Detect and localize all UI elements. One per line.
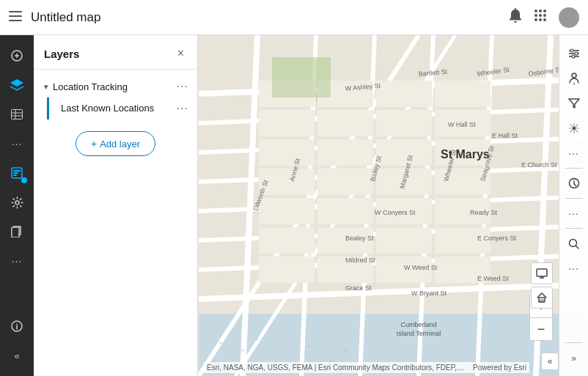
svg-rect-66	[376, 227, 432, 254]
svg-text:E Hall St: E Hall St	[492, 132, 518, 139]
svg-point-7	[539, 14, 542, 17]
svg-rect-107	[537, 269, 547, 276]
svg-text:Ready St: Ready St	[470, 209, 498, 216]
svg-rect-1	[9, 15, 22, 17]
more-icon-rt-1[interactable]: ···	[562, 141, 586, 165]
search-icon-rt-button[interactable]	[562, 232, 586, 255]
add-layer-button[interactable]: + Add layer	[76, 131, 155, 156]
sidebar-item-layers[interactable]	[4, 72, 30, 98]
monitor-button[interactable]	[531, 262, 553, 284]
add-layer-label: Add layer	[100, 139, 140, 150]
svg-rect-0	[9, 11, 22, 12]
svg-rect-61	[317, 198, 373, 224]
svg-text:Bealey St: Bealey St	[345, 235, 374, 242]
svg-text:E Conyers St: E Conyers St	[477, 235, 517, 242]
svg-rect-54	[376, 139, 432, 166]
sidebar-item-table[interactable]	[4, 101, 30, 128]
page-title: Untitled map	[31, 10, 100, 25]
sidebar-item-more-2[interactable]: ···	[4, 248, 30, 274]
layer-item: Last Known Locations ···	[47, 97, 191, 119]
svg-point-106	[344, 349, 347, 352]
add-layer-icon: +	[91, 138, 97, 150]
svg-rect-95	[272, 57, 331, 97]
svg-rect-48	[259, 110, 315, 136]
svg-point-3	[534, 10, 537, 12]
svg-text:W Weed St: W Weed St	[404, 264, 438, 271]
header-right	[509, 7, 579, 28]
sidebar-item-collapse[interactable]: «	[4, 342, 30, 369]
map-attribution-bar: Esri, NASA, NGA, USGS, FEMA | Esri Commu…	[198, 362, 559, 376]
svg-rect-111	[540, 300, 543, 302]
more-icon-rt-3[interactable]: ···	[562, 257, 586, 280]
layers-close-button[interactable]: ×	[174, 45, 187, 62]
collapse-right-toolbar-icon[interactable]: »	[562, 346, 586, 369]
layers-panel-title: Layers	[44, 48, 79, 60]
svg-rect-53	[317, 139, 373, 166]
collapse-right-button[interactable]: «	[541, 353, 559, 370]
svg-text:E Church St: E Church St	[521, 161, 557, 169]
layer-group-header[interactable]: ▾ Location Tracking ···	[41, 75, 191, 97]
svg-point-99	[241, 349, 244, 352]
zoom-out-button[interactable]: −	[530, 318, 552, 340]
svg-point-102	[271, 356, 273, 359]
apps-grid-icon[interactable]	[534, 9, 547, 26]
svg-rect-47	[435, 81, 490, 107]
svg-rect-52	[259, 139, 315, 166]
svg-rect-19	[13, 172, 18, 174]
bell-icon[interactable]	[509, 8, 522, 26]
svg-rect-18	[13, 170, 21, 172]
sidebar-item-share[interactable]	[4, 218, 30, 245]
more-icon-rt-2[interactable]: ···	[562, 202, 586, 225]
layer-group-more-button[interactable]: ···	[177, 80, 188, 93]
sidebar-item-add[interactable]	[4, 43, 30, 69]
svg-line-123	[576, 246, 579, 248]
svg-point-115	[570, 49, 573, 52]
right-toolbar: ··· ··· ··· »	[559, 35, 588, 376]
header-left: Untitled map	[9, 10, 509, 25]
sparkle-icon-button[interactable]	[562, 117, 586, 140]
svg-point-119	[573, 127, 576, 130]
left-sidebar: ··· ···	[0, 35, 34, 376]
sliders-icon-button[interactable]	[562, 42, 586, 65]
home-button[interactable]	[531, 287, 553, 309]
sidebar-item-more-1[interactable]: ···	[4, 130, 30, 157]
svg-point-5	[543, 10, 546, 12]
layer-group-left: ▾ Location Tracking	[44, 81, 128, 92]
svg-point-8	[543, 14, 546, 17]
layer-item-more-button[interactable]: ···	[177, 102, 188, 115]
sidebar-item-content[interactable]	[4, 160, 30, 186]
svg-rect-20	[13, 174, 17, 176]
attribution-text: Esri, NASA, NGA, USGS, FEMA | Esri Commu…	[204, 362, 529, 373]
sidebar-item-settings[interactable]	[4, 189, 30, 215]
avatar[interactable]	[559, 7, 579, 28]
svg-text:Cumberland: Cumberland	[400, 321, 436, 328]
chevron-down-icon: ▾	[44, 82, 48, 92]
person-pin-icon-button[interactable]	[562, 67, 586, 90]
map-area[interactable]: St Marys W Ashley St Bartlett St Wheeler…	[198, 35, 588, 376]
svg-point-117	[572, 55, 575, 58]
svg-rect-68	[259, 257, 315, 283]
svg-point-9	[534, 18, 537, 21]
layer-item-name: Last Known Locations	[61, 103, 154, 115]
svg-rect-13	[12, 110, 23, 119]
svg-text:Island Terminal: Island Terminal	[397, 330, 441, 337]
hamburger-icon[interactable]	[9, 10, 22, 25]
svg-text:E Weed St: E Weed St	[477, 275, 509, 282]
filter-icon-button[interactable]	[562, 92, 586, 115]
svg-text:W Conyers St: W Conyers St	[375, 209, 416, 216]
svg-text:Mildred St: Mildred St	[345, 257, 375, 264]
data-clock-icon-button[interactable]	[562, 172, 586, 195]
layers-panel-header: Layers ×	[34, 35, 197, 70]
rt-separator-4	[565, 342, 583, 343]
svg-point-10	[539, 18, 542, 21]
svg-point-104	[307, 345, 310, 348]
layers-panel: Layers × ▾ Location Tracking ··· Last Kn…	[34, 35, 198, 376]
svg-rect-57	[317, 169, 373, 195]
svg-point-118	[572, 73, 576, 78]
svg-text:W Bryant St: W Bryant St	[411, 290, 447, 297]
sidebar-item-info[interactable]	[4, 313, 30, 339]
svg-point-24	[16, 323, 18, 325]
svg-rect-46	[376, 81, 432, 107]
svg-text:W Hall St: W Hall St	[448, 121, 476, 128]
app-header: Untitled map	[0, 0, 588, 35]
